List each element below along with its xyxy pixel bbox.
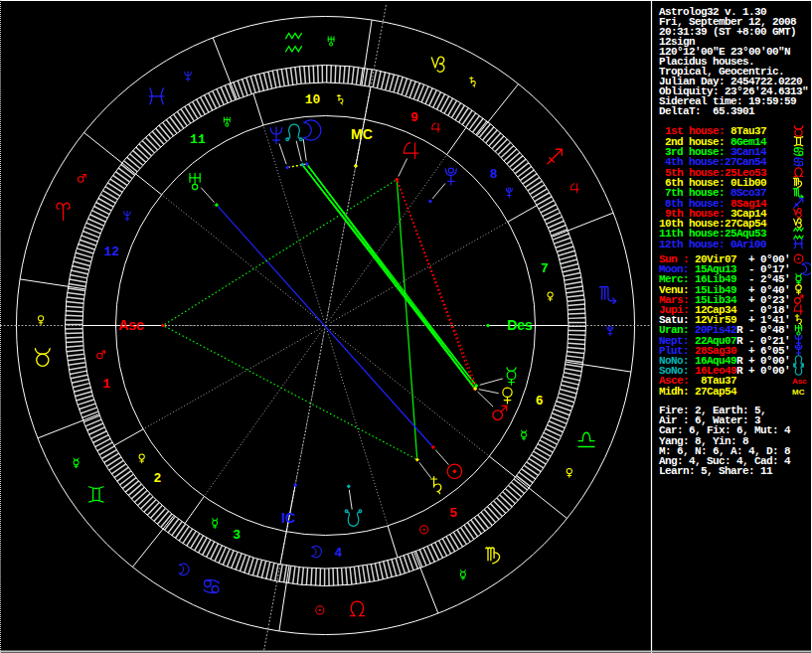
svg-text:2: 2	[153, 471, 161, 486]
svg-text:Midh:27Cap54: Midh:27Cap54	[659, 386, 737, 398]
svg-text:1: 1	[102, 377, 110, 392]
svg-text:IC: IC	[281, 510, 295, 526]
svg-text:8: 8	[490, 167, 498, 182]
svg-text:9: 9	[410, 110, 418, 125]
svg-text:4: 4	[335, 546, 343, 561]
svg-text:DeltaT: 65.3901: DeltaT: 65.3901	[659, 105, 755, 117]
svg-text:MC: MC	[792, 388, 805, 397]
svg-text:3: 3	[233, 528, 241, 543]
svg-text:11: 11	[190, 132, 206, 147]
svg-text:6: 6	[536, 394, 544, 408]
svg-text:7: 7	[541, 261, 549, 276]
svg-text:MC: MC	[351, 126, 373, 142]
svg-text:10: 10	[305, 92, 321, 107]
svg-text:Asc: Asc	[792, 377, 807, 386]
svg-text:Learn: 5, Share: 11: Learn: 5, Share: 11	[659, 465, 773, 477]
svg-text:Asc: Asc	[118, 317, 144, 333]
svg-text:12th house: 0Ari00: 12th house: 0Ari00	[659, 239, 766, 250]
svg-text:Des: Des	[507, 317, 533, 333]
svg-text:12: 12	[103, 245, 119, 259]
svg-text:5: 5	[449, 506, 457, 521]
